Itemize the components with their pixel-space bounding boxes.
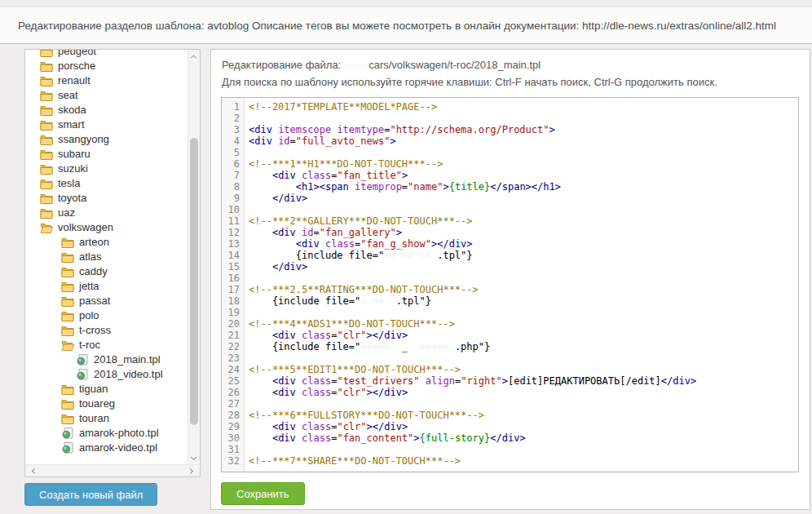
tree-item-label: touran [79,411,109,426]
tree-item-atlas[interactable]: atlas [25,250,188,264]
folder-icon [61,310,74,321]
line-number: 3 [222,124,240,135]
tree-item-label: volkswagen [58,220,113,235]
tree-item-label: touareg [79,397,115,411]
tree-item-peugeot[interactable]: peugeot [25,50,188,59]
tree-item-arteon[interactable]: arteon [25,235,188,250]
tree-item-t-cross[interactable]: t-cross [25,323,188,338]
tree-item-volkswagen[interactable]: volkswagen [25,220,188,235]
tree-item-amarok-video.tpl[interactable]: amarok-video.tpl [25,441,188,455]
tree-item-label: amarok-video.tpl [79,441,157,455]
tree-item-label: 2018_main.tpl [94,352,161,367]
tree-item-touran[interactable]: touran [25,411,188,426]
line-number: 21 [222,330,240,341]
tree-item-polo[interactable]: polo [25,308,188,323]
folder-icon [40,90,53,101]
tree-item-seat[interactable]: seat [25,88,188,103]
template-editor-panel: Редактирование файла: ·······cars/volksw… [210,49,810,510]
code-line-26: <div class="clr"></div> [249,387,798,398]
folder-icon [40,178,53,189]
tree-horizontal-scrollbar[interactable] [25,464,200,476]
code-editor[interactable]: 1234567891011121314151617181920212223242… [221,97,799,472]
tree-item-2018_video.tpl[interactable]: 2018_video.tpl [25,367,188,382]
tree-item-label: jetta [79,279,99,294]
editing-file-path: cars/volkswagen/t-roc/2018_main.tpl [368,59,541,71]
tree-item-t-roc[interactable]: t-roc [25,338,188,352]
line-number: 28 [222,410,240,421]
line-number: 19 [222,307,240,318]
folder-icon [61,325,74,336]
code-line-9: </div> [249,193,798,204]
tree-item-uaz[interactable]: uaz [25,206,188,220]
folder-icon [61,237,74,248]
line-number: 18 [222,295,240,307]
tree-item-caddy[interactable]: caddy [25,264,188,279]
code-line-3: <div itemscope itemtype="http://schema.o… [249,124,798,135]
tree-item-tiguan[interactable]: tiguan [25,382,188,397]
code-line-32: <!--***7**SHARE***DO-NOT-TOUCH***--> [249,455,798,467]
scroll-up-icon[interactable] [188,51,199,63]
code-line-12: <div id="fan_gallery"> [249,227,798,238]
tree-item-label: caddy [79,264,108,279]
tree-item-label: peugeot [58,50,96,59]
tree-item-suzuki[interactable]: suzuki [25,162,188,176]
tree-item-label: ssangyong [58,132,109,147]
line-number: 31 [222,444,240,455]
folder-icon [61,266,74,277]
code-line-13: <div class="fan_g_show"></div> [249,238,798,250]
tree-vertical-scroll-thumb[interactable] [190,138,198,425]
line-number: 10 [222,204,240,215]
tree-item-touareg[interactable]: touareg [25,397,188,411]
line-number: 27 [222,398,240,410]
code-line-18: {include file="· ·· .tpl"} [249,295,798,307]
line-number: 29 [222,421,240,432]
code-line-23 [249,352,798,364]
folder-icon [61,281,74,292]
code-line-27 [249,398,798,410]
line-number: 30 [222,432,240,444]
code-line-11: <!--***2**GALLERY***DO-NOT-TOUCH***--> [249,215,798,227]
scroll-down-icon[interactable] [188,451,199,463]
tree-item-amarok-photo.tpl[interactable]: amarok-photo.tpl [25,426,188,441]
code-line-20: <!--***4**ADS1***DO-NOT-TOUCH***--> [249,318,798,330]
tree-item-tesla[interactable]: tesla [25,176,188,191]
line-number: 26 [222,387,240,398]
file-tree-panel: peugeotporscherenaultseatskodasmartssang… [24,49,201,477]
folder-icon [61,413,74,424]
tree-item-label: 2018_video.tpl [94,367,163,382]
save-button[interactable]: Сохранить [221,482,305,505]
tree-item-2018_main.tpl[interactable]: 2018_main.tpl [25,352,188,367]
tree-item-label: seat [58,88,78,103]
tree-item-label: toyota [58,191,86,206]
line-number: 12 [222,227,240,238]
line-number: 24 [222,364,240,375]
folder-icon [40,148,53,160]
tree-item-jetta[interactable]: jetta [25,279,188,294]
scroll-right-icon[interactable] [185,465,196,477]
folder-icon [61,295,74,307]
tree-item-toyota[interactable]: toyota [25,191,188,206]
scroll-left-icon[interactable] [29,465,40,477]
tree-item-ssangyong[interactable]: ssangyong [25,132,188,147]
tree-item-label: tiguan [79,382,108,397]
code-line-29: <div class="clr"></div> [249,421,798,432]
code-line-30: <div class="fan_content">{full-story}</d… [249,432,798,444]
redacted-text: ····· [420,341,449,352]
tree-item-label: tesla [58,176,80,191]
code-line-1: <!--2017*TEMPLATE**MODEL*PAGE--> [249,101,798,113]
tree-item-label: porsche [58,59,95,73]
code-line-17: <!--***2.5**RATING***DO-NOT-TOUCH***--> [249,284,798,295]
tree-item-skoda[interactable]: skoda [25,103,188,117]
tree-item-subaru[interactable]: subaru [25,147,188,162]
tree-vertical-scrollbar[interactable] [188,50,200,464]
create-new-file-button[interactable]: Создать новый файл [24,483,157,506]
tree-item-smart[interactable]: smart [25,117,188,132]
file-icon [61,428,74,439]
line-number: 4 [222,135,240,147]
tree-item-porsche[interactable]: porsche [25,59,188,73]
tree-item-renault[interactable]: renault [25,73,188,88]
folder-icon [40,163,53,175]
tree-item-passat[interactable]: passat [25,294,188,308]
code-line-19 [249,307,798,318]
tree-item-label: polo [79,308,99,323]
